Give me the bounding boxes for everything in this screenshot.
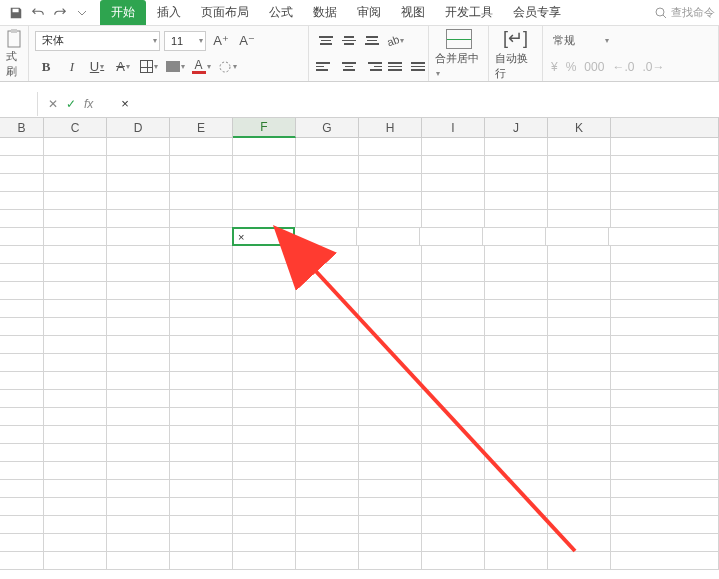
cell[interactable] xyxy=(296,336,359,353)
cell[interactable] xyxy=(485,246,548,263)
cell[interactable] xyxy=(170,192,233,209)
cell[interactable] xyxy=(107,372,170,389)
cell[interactable] xyxy=(548,210,611,227)
cell[interactable] xyxy=(296,210,359,227)
cell[interactable] xyxy=(0,516,44,533)
cell[interactable] xyxy=(359,336,422,353)
currency-button[interactable]: ¥ xyxy=(551,60,558,74)
column-header[interactable]: K xyxy=(548,118,611,137)
cell[interactable] xyxy=(611,156,719,173)
cell[interactable] xyxy=(485,534,548,551)
cell[interactable] xyxy=(611,516,719,533)
cell[interactable] xyxy=(359,264,422,281)
cell[interactable] xyxy=(296,192,359,209)
cell[interactable] xyxy=(170,228,233,245)
cell[interactable] xyxy=(422,210,485,227)
cell[interactable] xyxy=(485,444,548,461)
cell[interactable] xyxy=(170,318,233,335)
align-left-button[interactable] xyxy=(315,56,337,78)
confirm-edit-button[interactable]: ✓ xyxy=(66,97,76,111)
cell[interactable] xyxy=(359,174,422,191)
cell[interactable] xyxy=(0,228,44,245)
cell[interactable] xyxy=(422,282,485,299)
cell[interactable] xyxy=(485,390,548,407)
cell[interactable] xyxy=(233,336,296,353)
cell[interactable] xyxy=(170,336,233,353)
cell[interactable] xyxy=(611,372,719,389)
cell[interactable] xyxy=(422,390,485,407)
cell[interactable] xyxy=(485,408,548,425)
cell[interactable] xyxy=(107,174,170,191)
cell[interactable] xyxy=(422,480,485,497)
search-command[interactable]: 查找命令 xyxy=(655,5,715,20)
cell[interactable] xyxy=(107,552,170,569)
indent-right-button[interactable] xyxy=(407,56,429,78)
cell[interactable] xyxy=(0,444,44,461)
tab-start[interactable]: 开始 xyxy=(100,0,146,25)
cell[interactable] xyxy=(485,138,548,155)
cell[interactable] xyxy=(296,444,359,461)
cell[interactable] xyxy=(170,282,233,299)
cell[interactable] xyxy=(233,174,296,191)
cell[interactable] xyxy=(233,264,296,281)
cell[interactable] xyxy=(422,534,485,551)
cell[interactable]: × xyxy=(232,227,295,246)
cell[interactable] xyxy=(359,444,422,461)
cell[interactable] xyxy=(44,426,107,443)
cell[interactable] xyxy=(296,372,359,389)
cell[interactable] xyxy=(0,264,44,281)
cell[interactable] xyxy=(611,426,719,443)
cell[interactable] xyxy=(0,498,44,515)
indent-left-button[interactable] xyxy=(384,56,406,78)
cell[interactable] xyxy=(296,264,359,281)
cell[interactable] xyxy=(44,174,107,191)
column-header[interactable] xyxy=(611,118,719,137)
cell[interactable] xyxy=(0,192,44,209)
cell[interactable] xyxy=(296,300,359,317)
cell[interactable] xyxy=(422,354,485,371)
cell[interactable] xyxy=(296,534,359,551)
percent-button[interactable]: % xyxy=(566,60,577,74)
cell[interactable] xyxy=(233,354,296,371)
tab-insert[interactable]: 插入 xyxy=(148,0,190,25)
column-header[interactable]: C xyxy=(44,118,107,137)
tab-dev[interactable]: 开发工具 xyxy=(436,0,502,25)
cell[interactable] xyxy=(170,246,233,263)
cell[interactable] xyxy=(170,264,233,281)
cell[interactable] xyxy=(170,480,233,497)
cell[interactable] xyxy=(296,408,359,425)
cell[interactable] xyxy=(170,534,233,551)
cell[interactable] xyxy=(359,408,422,425)
cell[interactable] xyxy=(548,174,611,191)
cell[interactable] xyxy=(485,354,548,371)
cell[interactable] xyxy=(233,318,296,335)
number-format-select[interactable]: 常规 ▾ xyxy=(551,31,611,51)
font-color-button[interactable]: A ▾ xyxy=(191,56,213,78)
cell[interactable] xyxy=(422,408,485,425)
italic-button[interactable]: I xyxy=(61,56,83,78)
cell[interactable] xyxy=(296,498,359,515)
cell[interactable] xyxy=(170,210,233,227)
cell[interactable] xyxy=(296,156,359,173)
qat-dropdown-icon[interactable] xyxy=(74,5,90,21)
formula-input[interactable]: × xyxy=(103,96,719,111)
cell[interactable] xyxy=(548,138,611,155)
cell[interactable] xyxy=(359,300,422,317)
cell[interactable] xyxy=(609,228,719,245)
cell[interactable] xyxy=(233,246,296,263)
cell[interactable] xyxy=(548,264,611,281)
cell[interactable] xyxy=(107,156,170,173)
cell[interactable] xyxy=(0,372,44,389)
cancel-edit-button[interactable]: ✕ xyxy=(48,97,58,111)
cell[interactable] xyxy=(0,246,44,263)
cell[interactable] xyxy=(359,354,422,371)
cell[interactable] xyxy=(548,426,611,443)
cell[interactable] xyxy=(548,354,611,371)
cell[interactable] xyxy=(233,534,296,551)
cell[interactable] xyxy=(107,192,170,209)
cell[interactable] xyxy=(170,138,233,155)
column-header[interactable]: I xyxy=(422,118,485,137)
cell[interactable] xyxy=(296,246,359,263)
cell[interactable] xyxy=(422,372,485,389)
cell[interactable] xyxy=(359,246,422,263)
